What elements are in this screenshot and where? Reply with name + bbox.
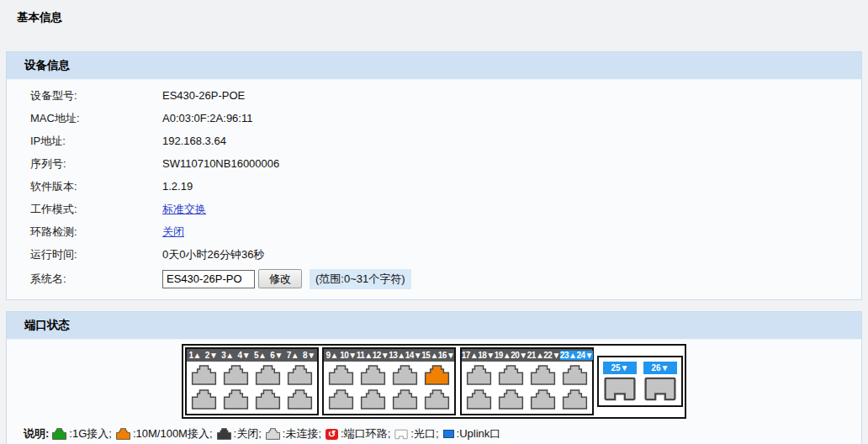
legend-item-6: :光口; [394, 426, 438, 441]
port-6[interactable] [255, 389, 281, 410]
port-2[interactable] [191, 389, 217, 410]
rj45-port-icon [328, 389, 354, 410]
port-block-1-grid [187, 362, 317, 414]
legend-item-5: ↺:端口环路; [326, 426, 390, 441]
port-4[interactable] [223, 389, 249, 410]
port-9[interactable] [328, 365, 354, 385]
port-15-label: 15▲ [421, 351, 438, 360]
rj45-port-icon [360, 389, 386, 410]
port-26-label: 26▼ [643, 362, 677, 374]
port-19[interactable] [498, 365, 524, 385]
legend-prefix: 说明: [24, 426, 49, 441]
fiber-port-icon [394, 429, 408, 440]
port-block-2: 9▲10▼11▲12▼13▲14▼15▲16▼ [322, 347, 456, 415]
system-name-label: 系统名: [30, 272, 162, 287]
mac-address-label: MAC地址: [30, 111, 162, 126]
device-model-value: ES430-26P-POE [162, 89, 245, 102]
port-status-title: 端口状态 [24, 319, 70, 331]
serial-number-label: 序列号: [30, 156, 162, 172]
fiber-port-icon [603, 377, 637, 401]
legend-item-3: :关闭; [217, 426, 262, 441]
page-title: 基本信息 [0, 0, 868, 25]
port-9-label: 9▲ [324, 351, 340, 360]
rj45-port-icon [562, 365, 588, 385]
port-block-2-header: 9▲10▼11▲12▼13▲14▼15▲16▼ [324, 349, 454, 362]
port-7-label: 7▲ [284, 351, 300, 360]
row-serial-number: 序列号:SW110710NB16000006 [7, 152, 861, 175]
rj45-port-icon [266, 428, 280, 440]
port-legend: 说明: :1G接入; :10M/100M接入; :关闭; :未连接;↺:端口环路… [7, 419, 861, 441]
work-mode-link[interactable]: 标准交换 [162, 202, 206, 217]
rj45-port-icon [217, 428, 231, 440]
row-loop-detection: 环路检测:关闭 [7, 220, 861, 243]
rj45-legend-icon [52, 428, 66, 440]
row-mac-address: MAC地址:A0:03:0F:2A:96:11 [7, 107, 861, 130]
rj45-port-icon [498, 389, 524, 410]
port-3-label: 3▲ [220, 351, 236, 360]
rj45-port-icon [328, 365, 354, 385]
port-1[interactable] [191, 365, 217, 385]
legend-item-label: :光口; [410, 426, 438, 441]
port-block-3-grid [462, 362, 592, 414]
port-22[interactable] [530, 389, 556, 410]
port-status-header: 端口状态 [7, 312, 861, 340]
port-status-panel: 端口状态 1▲2▼3▲4▼5▲6▼7▲8▼ 9▲10▼11▲12▼13▲14▼1… [6, 311, 862, 444]
port-14[interactable] [392, 389, 418, 410]
device-info-header: 设备信息 [7, 52, 861, 80]
fiber-port-icon [643, 377, 677, 401]
rj45-port-icon [530, 365, 556, 385]
port-26[interactable]: 26▼ [643, 362, 677, 401]
port-13[interactable] [392, 365, 418, 385]
port-2-label: 2▼ [203, 351, 219, 360]
software-version-value: 1.2.19 [162, 180, 193, 193]
port-block-1: 1▲2▼3▲4▼5▲6▼7▲8▼ [185, 347, 319, 415]
port-5[interactable] [255, 365, 281, 385]
port-16[interactable] [424, 389, 450, 410]
legend-item-7: :Uplink口 [443, 426, 501, 441]
loop-alert-icon: ↺ [326, 429, 338, 440]
port-6-label: 6▼ [268, 351, 284, 360]
port-11[interactable] [360, 365, 386, 385]
port-20[interactable] [498, 389, 524, 410]
rj45-port-icon [466, 389, 492, 410]
ip-address-label: IP地址: [30, 134, 162, 149]
port-17[interactable] [466, 365, 492, 385]
port-24-label: 24▼ [576, 351, 593, 360]
system-name-input[interactable] [162, 270, 255, 288]
legend-item-2: :10M/100M接入; [116, 426, 213, 441]
loop-detection-link[interactable]: 关闭 [162, 225, 184, 240]
port-15[interactable] [424, 365, 450, 385]
port-20-label: 20▼ [511, 351, 527, 360]
rj45-port-icon [116, 428, 130, 440]
port-25[interactable]: 25▼ [603, 362, 637, 401]
row-system-name: 系统名:修改(范围:0~31个字符) [7, 266, 861, 292]
modify-button[interactable]: 修改 [258, 269, 302, 288]
work-mode-label: 工作模式: [30, 202, 162, 217]
port-12-label: 12▼ [373, 351, 389, 360]
port-22-label: 22▼ [543, 351, 560, 360]
rj45-port-icon [52, 428, 66, 440]
switch-port-diagram: 1▲2▼3▲4▼5▲6▼7▲8▼ 9▲10▼11▲12▼13▲14▼15▲16▼… [182, 344, 686, 419]
port-4-label: 4▼ [236, 351, 251, 360]
port-3[interactable] [223, 365, 249, 385]
port-12[interactable] [360, 389, 386, 410]
serial-number-value: SW110710NB16000006 [162, 157, 279, 170]
mac-address-value: A0:03:0F:2A:96:11 [162, 112, 252, 124]
port-10[interactable] [328, 389, 354, 410]
port-23[interactable] [562, 365, 588, 385]
rj45-port-icon [466, 365, 492, 385]
port-18-label: 18▼ [478, 351, 495, 360]
port-19-label: 19▲ [495, 351, 511, 360]
rj45-port-icon [223, 365, 249, 385]
page-root: 基本信息 设备信息 设备型号:ES430-26P-POEMAC地址:A0:03:… [0, 0, 868, 444]
port-block-2-grid [324, 362, 454, 414]
port-7[interactable] [287, 365, 313, 385]
port-21[interactable] [530, 365, 556, 385]
ip-address-value: 192.168.3.64 [162, 135, 226, 147]
port-18[interactable] [466, 389, 492, 410]
fiber-port-icon [643, 377, 677, 401]
row-device-model: 设备型号:ES430-26P-POE [7, 84, 861, 107]
port-24[interactable] [562, 389, 588, 410]
rj45-port-icon [191, 389, 217, 410]
port-8[interactable] [287, 389, 313, 410]
